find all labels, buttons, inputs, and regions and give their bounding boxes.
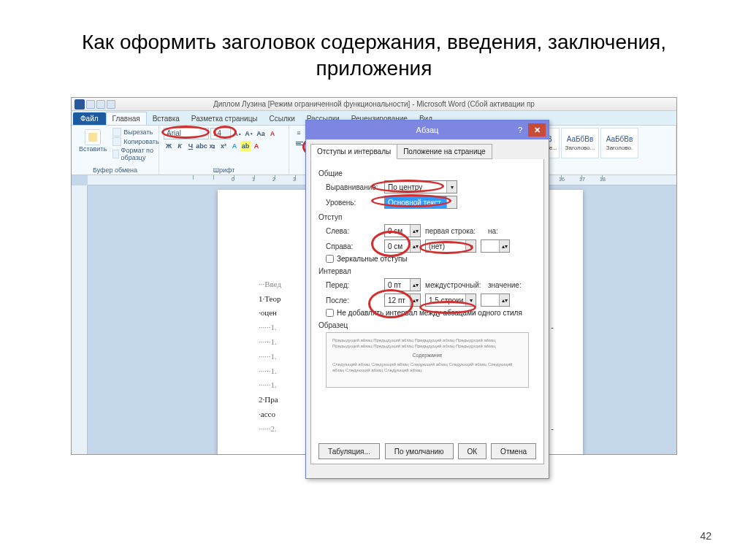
italic-button[interactable]: К — [175, 141, 185, 151]
section-indent: Отступ — [318, 213, 536, 221]
dialog-tab-position[interactable]: Положение на странице — [397, 144, 492, 159]
section-spacing: Интервал — [318, 267, 536, 275]
cancel-button[interactable]: Отмена — [491, 443, 536, 459]
copy-button[interactable]: Копировать — [112, 137, 159, 146]
paste-button[interactable]: Вставить — [76, 128, 110, 154]
font-name-combo[interactable]: Arial — [164, 128, 209, 139]
window-title-text: Диплом Лузина [Режим ограниченной функци… — [213, 100, 535, 108]
font-size-combo[interactable]: 14 — [210, 128, 231, 139]
left-indent-spinner[interactable]: 0 см▴▾ — [384, 224, 421, 237]
right-indent-label: Справа: — [326, 242, 380, 250]
cut-button[interactable]: Вырезать — [112, 128, 159, 137]
strike-button[interactable]: abc — [196, 141, 207, 151]
highlight-icon[interactable]: ab — [240, 141, 251, 151]
bullets-icon[interactable]: ≡ — [294, 128, 304, 138]
right-indent-spinner[interactable]: 0 см▴▾ — [384, 239, 421, 253]
level-select[interactable]: Основной текст▾ — [384, 196, 457, 209]
firstline-label: первая строка: — [425, 227, 484, 235]
before-label: Перед: — [326, 281, 380, 289]
copy-icon — [112, 137, 121, 146]
by-spinner[interactable]: ▴▾ — [481, 239, 510, 253]
brush-icon — [112, 150, 118, 158]
shrink-font-icon[interactable]: A▼ — [244, 129, 254, 139]
underline-button[interactable]: Ч — [186, 141, 196, 151]
help-button[interactable]: ? — [514, 123, 527, 137]
firstline-select[interactable]: (нет)▾ — [425, 239, 476, 253]
subscript-button[interactable]: x₂ — [207, 141, 218, 151]
nospace-check[interactable]: Не добавлять интервал между абзацами одн… — [326, 309, 536, 317]
linespace-label: междустрочный: — [425, 281, 484, 289]
after-label: После: — [326, 296, 380, 304]
paragraph-dialog: Абзац ? ✕ Отступы и интервалы Положение … — [305, 120, 549, 479]
bold-button[interactable]: Ж — [164, 141, 174, 151]
dialog-titlebar: Абзац ? ✕ — [306, 120, 549, 139]
qat-redo-icon[interactable] — [107, 100, 115, 109]
tab-references[interactable]: Ссылки — [264, 112, 301, 125]
clear-format-icon[interactable]: A — [267, 129, 278, 139]
format-painter-button[interactable]: Формат по образцу — [112, 147, 159, 161]
preview-box: Предыдущий абзац Предыдущий абзац Предыд… — [326, 332, 529, 388]
ruler-vertical[interactable] — [72, 185, 88, 454]
paste-label: Вставить — [79, 145, 107, 153]
paste-icon — [85, 129, 101, 145]
after-spinner[interactable]: 12 пт▴▾ — [384, 294, 421, 307]
word-icon — [75, 99, 85, 110]
ok-button[interactable]: ОК — [458, 443, 487, 459]
mirror-check[interactable]: Зеркальные отступы — [326, 255, 536, 263]
close-button[interactable]: ✕ — [528, 123, 546, 137]
slide-title: Как оформить заголовок содержания, введе… — [0, 0, 748, 97]
value-label: значение: — [488, 281, 517, 289]
chevron-down-icon: ▾ — [446, 181, 457, 193]
chevron-down-icon: ▾ — [446, 196, 457, 208]
tab-layout[interactable]: Разметка страницы — [186, 112, 264, 125]
qat-save-icon[interactable] — [86, 100, 95, 109]
align-left-button[interactable] — [294, 138, 305, 150]
font-color-icon[interactable]: A — [251, 141, 262, 151]
superscript-button[interactable]: x² — [218, 141, 229, 151]
slide-page-number: 42 — [700, 530, 711, 542]
quick-access-toolbar — [75, 99, 115, 110]
level-label: Уровень: — [326, 199, 380, 207]
scissors-icon — [112, 128, 121, 137]
dialog-body: Общие Выравнивание: По центру▾ Уровень: … — [310, 159, 544, 464]
default-button[interactable]: По умолчанию — [385, 443, 454, 459]
clipboard-label: Буфер обмена — [76, 165, 154, 174]
value-spinner[interactable]: ▴▾ — [481, 294, 510, 307]
tab-insert[interactable]: Вставка — [147, 112, 186, 125]
window-titlebar: Диплом Лузина [Режим ограниченной функци… — [72, 98, 676, 111]
qat-undo-icon[interactable] — [96, 100, 105, 109]
group-font: Arial 14 A▲ A▼ Aa A Ж К Ч abc x₂ x² A ab… — [159, 126, 289, 174]
font-group-label: Шрифт — [164, 165, 284, 174]
file-tab[interactable]: Файл — [73, 112, 106, 125]
change-case-icon[interactable]: Aa — [256, 129, 266, 139]
text-effects-icon[interactable]: A — [229, 141, 240, 151]
tabulation-button[interactable]: Табуляция... — [318, 443, 380, 459]
section-general: Общие — [318, 169, 536, 177]
group-clipboard: Вставить Вырезать Копировать Формат по о… — [72, 126, 159, 174]
before-spinner[interactable]: 0 пт▴▾ — [384, 278, 421, 291]
style-item[interactable]: АаБбВвЗаголово. — [600, 128, 638, 158]
alignment-label: Выравнивание: — [326, 183, 380, 191]
section-preview: Образец — [318, 321, 536, 329]
dialog-tab-indents[interactable]: Отступы и интервалы — [310, 144, 397, 159]
left-indent-label: Слева: — [326, 227, 380, 235]
grow-font-icon[interactable]: A▲ — [232, 129, 243, 139]
style-item[interactable]: АаБбВвЗаголово... — [561, 128, 599, 158]
tab-home[interactable]: Главная — [106, 112, 147, 125]
alignment-select[interactable]: По центру▾ — [384, 180, 457, 193]
by-label: на: — [488, 227, 505, 235]
linespace-select[interactable]: 1,5 строки▾ — [425, 294, 476, 307]
